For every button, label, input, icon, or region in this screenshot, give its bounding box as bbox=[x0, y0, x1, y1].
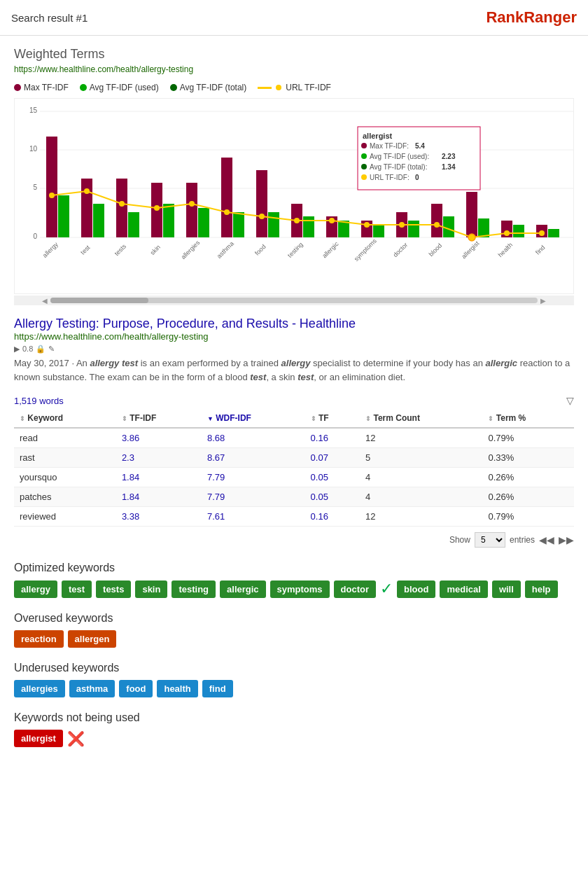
cell-term-pct: 0.79% bbox=[482, 507, 574, 527]
table-row: rast 2.3 8.67 0.07 5 0.33% bbox=[14, 448, 574, 468]
cell-wdfidf: 7.61 bbox=[202, 507, 305, 527]
table-footer: Show 5 10 25 entries ◀◀ ▶▶ bbox=[14, 532, 574, 548]
table-row: patches 1.84 7.79 0.05 4 0.26% bbox=[14, 487, 574, 507]
col-term-pct[interactable]: ⇕ Term % bbox=[482, 409, 574, 428]
filter-icon[interactable]: ▽ bbox=[566, 395, 574, 406]
page-title: Search result #1 bbox=[11, 12, 88, 24]
bar-allergist-max bbox=[466, 192, 477, 237]
next-page-button[interactable]: ▶▶ bbox=[559, 534, 574, 545]
cell-keyword: read bbox=[14, 428, 116, 448]
col-wdfidf[interactable]: ▼ WDF-IDF bbox=[202, 409, 305, 428]
url-dot-testing bbox=[294, 218, 300, 223]
optimized-tag[interactable]: testing bbox=[172, 580, 216, 598]
tt-max-label: Max TF-IDF: bbox=[370, 142, 409, 150]
svg-text:tests: tests bbox=[113, 242, 128, 257]
chart-scrollbar[interactable]: ◀ ▶ bbox=[14, 295, 574, 305]
bar-blood-avg bbox=[443, 216, 454, 237]
col-tf[interactable]: ⇕ TF bbox=[305, 409, 360, 428]
svg-text:blood: blood bbox=[428, 242, 444, 258]
cell-tf: 0.05 bbox=[305, 468, 360, 487]
optimized-tag[interactable]: test bbox=[62, 580, 92, 598]
not-used-tag[interactable]: allergist bbox=[14, 730, 63, 747]
lock-icon[interactable]: 🔒 bbox=[36, 345, 46, 354]
url-dot-allergy bbox=[49, 193, 55, 198]
play-icon[interactable]: ▶ bbox=[14, 345, 20, 354]
overused-tag[interactable]: reaction bbox=[14, 630, 64, 648]
optimized-section: Optimized keywords allergytesttestsskint… bbox=[14, 562, 574, 598]
col-tfidf[interactable]: ⇕ TF-IDF bbox=[116, 409, 202, 428]
optimized-tag[interactable]: blood bbox=[397, 580, 435, 598]
svg-text:allergist: allergist bbox=[460, 239, 480, 260]
tt-url-val: 0 bbox=[415, 174, 419, 181]
url-dot-blood bbox=[434, 222, 440, 228]
underused-section: Underused keywords allergiesasthmafoodhe… bbox=[14, 662, 574, 697]
svg-text:testing: testing bbox=[286, 241, 304, 259]
svg-text:0: 0 bbox=[33, 232, 37, 240]
optimized-tag[interactable]: symptoms bbox=[270, 580, 330, 598]
tt-max-val: 5.4 bbox=[415, 142, 425, 150]
per-page-select[interactable]: 5 10 25 bbox=[475, 532, 505, 548]
overused-title: Overused keywords bbox=[14, 612, 574, 625]
bar-food-max bbox=[256, 170, 267, 237]
svg-text:skin: skin bbox=[149, 244, 162, 256]
tt-dot-avg-total bbox=[361, 164, 367, 169]
weighted-terms-section: Weighted Terms https://www.healthline.co… bbox=[14, 47, 574, 305]
legend-dot-max bbox=[14, 84, 21, 91]
optimized-tag[interactable]: skin bbox=[135, 580, 167, 598]
underused-tag[interactable]: find bbox=[202, 680, 233, 697]
time-icon[interactable]: 0.8 bbox=[22, 345, 33, 354]
chart-url[interactable]: https://www.healthline.com/health/allerg… bbox=[14, 64, 574, 74]
edit-icon[interactable]: ✎ bbox=[48, 345, 55, 354]
bar-allergy-avg bbox=[58, 195, 69, 237]
svg-text:allergies: allergies bbox=[179, 239, 201, 260]
url-dot-symptoms bbox=[364, 222, 370, 228]
scrollbar-thumb[interactable] bbox=[50, 298, 148, 303]
prev-page-button[interactable]: ◀◀ bbox=[539, 534, 554, 545]
overused-tag[interactable]: allergen bbox=[68, 630, 117, 648]
legend-dot-avg-total bbox=[170, 84, 177, 91]
svg-text:symptoms: symptoms bbox=[353, 237, 378, 262]
optimized-tag[interactable]: doctor bbox=[334, 580, 376, 598]
bar-find-avg bbox=[548, 229, 559, 237]
optimized-tag[interactable]: will bbox=[492, 580, 521, 598]
bar-health-avg bbox=[513, 225, 524, 237]
underused-tag[interactable]: allergies bbox=[14, 680, 65, 697]
x-mark-icon: ❌ bbox=[67, 730, 85, 747]
cell-wdfidf: 8.67 bbox=[202, 448, 305, 468]
cell-keyword: reviewed bbox=[14, 507, 116, 527]
cell-term-pct: 0.79% bbox=[482, 428, 574, 448]
underused-tag[interactable]: health bbox=[157, 680, 197, 697]
keywords-table: ⇕ Keyword ⇕ TF-IDF ▼ WDF-IDF ⇕ TF ⇕ Term… bbox=[14, 409, 574, 527]
tt-avg-used-label: Avg TF-IDF (used): bbox=[370, 153, 429, 160]
underused-tag[interactable]: asthma bbox=[69, 680, 115, 697]
result-url[interactable]: https://www.healthline.com/health/allerg… bbox=[14, 331, 574, 342]
bar-food-avg bbox=[268, 212, 279, 237]
bar-symptoms-avg bbox=[373, 225, 384, 237]
url-dot-doctor bbox=[399, 222, 405, 228]
bar-testing-avg bbox=[303, 216, 314, 237]
underused-tag[interactable]: food bbox=[119, 680, 153, 697]
bar-asthma-avg bbox=[233, 212, 244, 237]
section-title: Weighted Terms bbox=[14, 47, 574, 62]
legend-max-tfidf: Max TF-IDF bbox=[14, 83, 69, 92]
col-keyword[interactable]: ⇕ Keyword bbox=[14, 409, 116, 428]
col-term-count[interactable]: ⇕ Term Count bbox=[360, 409, 482, 428]
optimized-tag[interactable]: tests bbox=[96, 580, 131, 598]
optimized-tag[interactable]: medical bbox=[440, 580, 487, 598]
url-dot-food bbox=[259, 214, 265, 219]
optimized-tag[interactable]: allergy bbox=[14, 580, 57, 598]
optimized-tag[interactable]: allergic bbox=[220, 580, 266, 598]
svg-text:doctor: doctor bbox=[391, 241, 409, 258]
brand-logo: RankRanger bbox=[486, 8, 577, 27]
optimized-tag[interactable]: help bbox=[525, 580, 558, 598]
result-title-link[interactable]: Allergy Testing: Purpose, Procedure, and… bbox=[14, 317, 574, 331]
cell-keyword: patches bbox=[14, 487, 116, 507]
header: Search result #1 RankRanger bbox=[0, 0, 588, 36]
svg-text:10: 10 bbox=[29, 145, 38, 153]
scrollbar-track[interactable] bbox=[50, 298, 538, 303]
bar-chart: 15 10 5 0 allergy test bbox=[14, 98, 574, 294]
bar-allergies-max bbox=[186, 183, 197, 237]
underused-tags: allergiesasthmafoodhealthfind bbox=[14, 680, 574, 697]
tt-avg-total-label: Avg TF-IDF (total): bbox=[370, 163, 427, 171]
url-dot-allergist bbox=[468, 234, 475, 241]
